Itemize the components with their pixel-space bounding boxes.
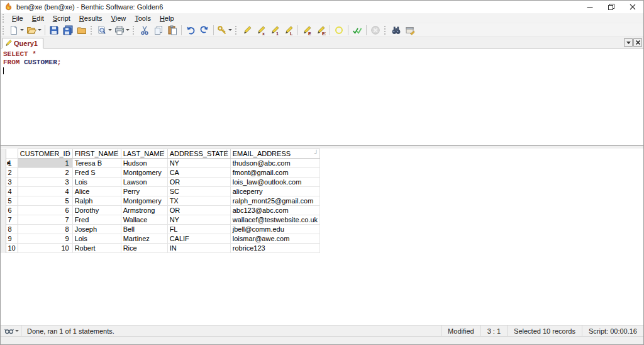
grid-cell[interactable]: Dorothy bbox=[72, 206, 121, 215]
grid-cell[interactable]: Robert bbox=[72, 244, 121, 253]
menu-item-tools[interactable]: Tools bbox=[130, 14, 155, 23]
grid-cell[interactable]: CALIF bbox=[167, 234, 230, 244]
grid-cell[interactable]: OR bbox=[167, 178, 230, 187]
row-header-9[interactable]: 9 bbox=[6, 234, 18, 244]
sql-editor[interactable]: SELECT *FROM CUSTOMER; bbox=[1, 48, 643, 145]
tab-query1[interactable]: Query1 bbox=[2, 38, 43, 48]
grid-cell[interactable]: Teresa B bbox=[72, 159, 121, 168]
open-file-dropdown-caret-icon[interactable] bbox=[38, 29, 42, 31]
grid-cell[interactable]: NY bbox=[167, 159, 230, 168]
print-button[interactable] bbox=[113, 24, 131, 37]
grid-cell[interactable]: jbell@comm.edu bbox=[230, 225, 319, 234]
find-button[interactable] bbox=[389, 24, 403, 37]
grid-cell[interactable]: TX bbox=[167, 196, 230, 206]
row-header-3[interactable]: 3 bbox=[6, 178, 18, 187]
grid-cell[interactable]: thudson@abc.com bbox=[230, 159, 319, 168]
execute-script-button[interactable]: x bbox=[254, 24, 268, 37]
grid-cell[interactable]: 2 bbox=[18, 168, 72, 178]
grid-cell[interactable]: Ralph bbox=[72, 196, 121, 206]
grid-cell[interactable]: 3 bbox=[18, 178, 72, 187]
breakpoint-toggle-button[interactable] bbox=[332, 24, 346, 37]
grid-cell[interactable]: Lois bbox=[72, 234, 121, 244]
grid-cell[interactable]: Fred bbox=[72, 215, 121, 225]
close-button[interactable] bbox=[622, 1, 643, 13]
grid-cell[interactable]: loismar@awe.com bbox=[230, 234, 319, 244]
copy-button[interactable] bbox=[152, 24, 165, 37]
send-to-window-button[interactable] bbox=[403, 24, 417, 37]
menu-item-file[interactable]: File bbox=[8, 14, 28, 23]
redo-button[interactable] bbox=[197, 24, 211, 37]
grid-cell[interactable]: Rice bbox=[121, 244, 167, 253]
close-file-button[interactable] bbox=[75, 24, 89, 37]
execute-special-button[interactable]: L bbox=[282, 24, 296, 37]
grid-cell[interactable]: aliceperry bbox=[230, 187, 319, 196]
new-query-dropdown-caret-icon[interactable] bbox=[20, 29, 24, 31]
execute-statement-button[interactable] bbox=[240, 24, 254, 37]
grid-cell[interactable]: Alice bbox=[72, 187, 121, 196]
menu-item-edit[interactable]: Edit bbox=[28, 14, 48, 23]
sort-grip-icon[interactable]: ┘ bbox=[162, 150, 165, 156]
grid-cell[interactable]: OR bbox=[167, 206, 230, 215]
tab-close-button[interactable] bbox=[633, 38, 642, 47]
connect-button[interactable] bbox=[216, 24, 233, 37]
grid-cell[interactable]: NY bbox=[167, 215, 230, 225]
cancel-query-button[interactable] bbox=[369, 24, 382, 37]
grid-cell[interactable]: Fred S bbox=[72, 168, 121, 178]
print-dropdown-caret-icon[interactable] bbox=[126, 29, 130, 31]
grid-cell[interactable]: Lois bbox=[72, 178, 121, 187]
grid-cell[interactable]: fmont@gmail.com bbox=[230, 168, 319, 178]
column-header-address_state[interactable]: ADDRESS_STATE┘ bbox=[167, 149, 230, 159]
grid-cell[interactable]: 1 bbox=[18, 159, 72, 168]
new-query-button[interactable] bbox=[8, 24, 25, 37]
save-all-button[interactable] bbox=[61, 24, 75, 37]
print-preview-button[interactable] bbox=[96, 24, 113, 37]
grid-cell[interactable]: 4 bbox=[18, 187, 72, 196]
grid-cell[interactable]: 9 bbox=[18, 234, 72, 244]
grid-cell[interactable]: IN bbox=[167, 244, 230, 253]
row-header-6[interactable]: 6 bbox=[6, 206, 18, 215]
explain-plan-button[interactable]: E bbox=[300, 24, 314, 37]
grid-cell[interactable]: Montgomery bbox=[121, 196, 167, 206]
cut-button[interactable] bbox=[138, 24, 152, 37]
menu-item-results[interactable]: Results bbox=[75, 14, 107, 23]
grid-cell[interactable]: 10 bbox=[18, 244, 72, 253]
sort-grip-icon[interactable]: ┘ bbox=[314, 150, 318, 156]
column-header-customer_id[interactable]: CUSTOMER_ID┘ bbox=[18, 149, 72, 159]
grid-cell[interactable]: Montgomery bbox=[121, 168, 167, 178]
grid-cell[interactable]: wallacef@testwebsite.co.uk bbox=[230, 215, 319, 225]
row-header-7[interactable]: 7 bbox=[6, 215, 18, 225]
grid-cell[interactable]: Perry bbox=[121, 187, 167, 196]
grid-cell[interactable]: Armstrong bbox=[121, 206, 167, 215]
row-header-1[interactable]: ▶1 bbox=[6, 159, 18, 168]
grid-cell[interactable]: SC bbox=[167, 187, 230, 196]
grid-cell[interactable]: 5 bbox=[18, 196, 72, 206]
grid-cell[interactable]: Martinez bbox=[121, 234, 167, 244]
grid-cell[interactable]: CA bbox=[167, 168, 230, 178]
row-header-4[interactable]: 4 bbox=[6, 187, 18, 196]
paste-button[interactable] bbox=[165, 24, 179, 37]
explain-plan-alt-button[interactable]: E1 bbox=[314, 24, 328, 37]
grid-corner-cell[interactable] bbox=[6, 149, 18, 159]
save-button[interactable] bbox=[47, 24, 61, 37]
grid-cell[interactable]: ralph_mont25@gmail.com bbox=[230, 196, 319, 206]
grid-cell[interactable]: Joseph bbox=[72, 225, 121, 234]
grid-cell[interactable]: lois_law@outlook.com bbox=[230, 178, 319, 187]
connect-dropdown-caret-icon[interactable] bbox=[228, 29, 232, 31]
grid-cell[interactable]: 7 bbox=[18, 215, 72, 225]
print-preview-dropdown-caret-icon[interactable] bbox=[108, 29, 112, 31]
connection-status-button[interactable] bbox=[1, 325, 22, 336]
grid-cell[interactable]: Wallace bbox=[121, 215, 167, 225]
menu-item-script[interactable]: Script bbox=[48, 14, 75, 23]
row-header-2[interactable]: 2 bbox=[6, 168, 18, 178]
column-header-email_address[interactable]: EMAIL_ADDRESS┘ bbox=[230, 149, 319, 159]
sort-grip-icon[interactable]: ┘ bbox=[67, 150, 70, 156]
column-header-last_name[interactable]: LAST_NAME┘ bbox=[121, 149, 167, 159]
grid-cell[interactable]: robrice123 bbox=[230, 244, 319, 253]
menu-item-view[interactable]: View bbox=[107, 14, 131, 23]
restore-button[interactable] bbox=[601, 1, 622, 13]
row-header-8[interactable]: 8 bbox=[6, 225, 18, 234]
grid-cell[interactable]: Hudson bbox=[121, 159, 167, 168]
column-header-first_name[interactable]: FIRST_NAME┘ bbox=[72, 149, 121, 159]
grid-cell[interactable]: Lawson bbox=[121, 178, 167, 187]
commit-button[interactable] bbox=[350, 24, 364, 37]
